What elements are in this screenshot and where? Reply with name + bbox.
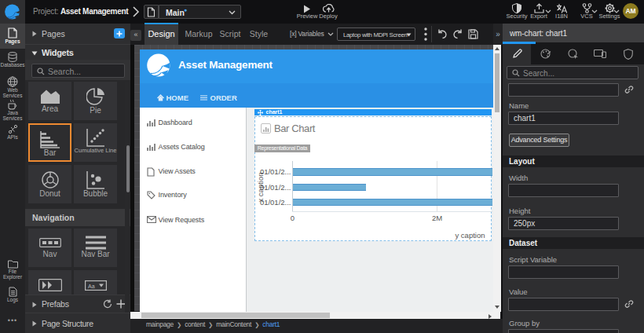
svg-text:Aa: Aa — [88, 284, 95, 289]
